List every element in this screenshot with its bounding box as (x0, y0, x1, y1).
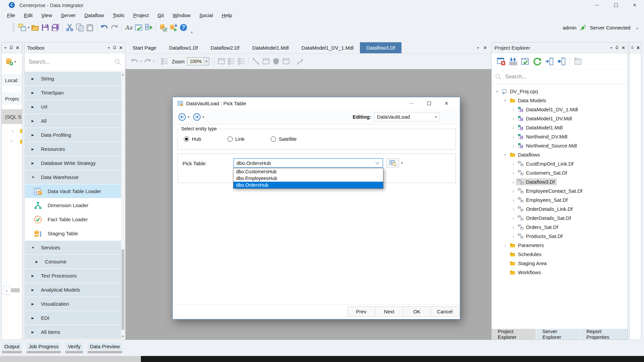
scroll-left-button[interactable]: ‹ (3, 286, 10, 295)
tree-item-model[interactable]: ›DataModel1_DV_1.Mdl (492, 105, 627, 114)
panel-menu-chevron[interactable]: ▾ (108, 46, 110, 50)
dialog-maximize-button[interactable] (420, 98, 438, 108)
run-dataflow-button[interactable] (144, 22, 154, 33)
tree-item-dataflows[interactable]: ›Dataflows (492, 150, 627, 159)
chevron-right-icon[interactable]: › (511, 107, 516, 112)
menu-view[interactable]: View (37, 11, 56, 19)
remove-project-icon[interactable] (495, 56, 507, 67)
toolbox-category-resources[interactable]: ▶Resources (25, 142, 121, 156)
tree-item-dataflow[interactable]: ›Customers_Sat.Df (492, 168, 627, 177)
tab-list-chevron[interactable]: ▾ (477, 46, 479, 50)
radio-satellite[interactable]: Satellite (271, 136, 297, 142)
save-button[interactable] (40, 22, 50, 33)
chevron-right-icon[interactable]: › (511, 162, 516, 166)
expand-nodes-icon[interactable] (226, 56, 236, 66)
scroll-up-icon[interactable]: ▲ (121, 72, 124, 77)
toolbox-category-all-items[interactable]: ▶All Items (25, 325, 121, 339)
menu-window[interactable]: Window (168, 11, 195, 19)
editing-select[interactable]: DataVaultLoad ▾ (374, 113, 440, 121)
pin-icon[interactable] (631, 46, 634, 50)
add-database-dropdown[interactable]: ▾ (14, 60, 16, 63)
forward-history-chevron[interactable]: ▾ (203, 115, 204, 119)
save-all-button[interactable] (50, 22, 60, 33)
tree-item-dataflow[interactable]: ›Orders_Sat.Df (492, 223, 627, 232)
menu-file[interactable]: File (3, 11, 19, 19)
forward-button[interactable] (193, 113, 201, 121)
tree-item-data-models[interactable]: ›Data Models (492, 96, 627, 105)
font-button[interactable]: Aa (124, 22, 134, 33)
radio-link[interactable]: Link (227, 136, 245, 142)
panel-menu-chevron[interactable]: ▾ (610, 46, 612, 50)
paste-button[interactable] (85, 22, 95, 33)
tree-item-parameters[interactable]: ›Parameters (492, 241, 627, 250)
toolbar-overflow-chevron[interactable]: ▾ (191, 31, 193, 34)
tab-server-explorer[interactable]: Server Explorer (536, 329, 580, 340)
chevron-down-icon[interactable]: › (503, 98, 508, 103)
close-document-icon[interactable]: × (484, 45, 487, 51)
chevron-down-icon[interactable]: › (9, 140, 14, 142)
close-button[interactable]: × (625, 0, 644, 10)
pin-icon[interactable] (9, 46, 13, 50)
shield-icon[interactable] (271, 56, 281, 66)
toolbox-item-staging-table[interactable]: Staging Table (25, 227, 121, 240)
menu-project[interactable]: Project (129, 11, 153, 19)
tab-report-properties[interactable]: Report Properties (580, 329, 628, 340)
toolbox-category-string[interactable]: ▶String (25, 72, 121, 85)
pin-icon[interactable] (113, 46, 116, 50)
tree-item-dataflow[interactable]: ›OrderDetails_Sat.Df (492, 214, 627, 223)
reroute-links-icon[interactable] (296, 56, 306, 66)
close-panel-icon[interactable]: × (622, 45, 625, 51)
chevron-right-icon[interactable]: › (511, 125, 516, 130)
database-run-button[interactable] (168, 22, 178, 33)
toolbox-category-edi[interactable]: ▶EDI (25, 311, 121, 325)
chevron-right-icon[interactable]: › (511, 143, 516, 148)
diagram-options-icon[interactable] (281, 56, 291, 66)
help-button[interactable] (178, 22, 189, 33)
undo-icon[interactable] (129, 56, 140, 66)
zoom-select[interactable]: 100% ▼ (187, 57, 209, 65)
auto-layout-icon[interactable] (160, 56, 170, 66)
browse-tables-button[interactable] (386, 158, 399, 168)
chevron-right-icon[interactable]: › (511, 198, 516, 202)
tree-item-dataflow3-selected[interactable]: ›Dataflow3.Df (492, 177, 627, 186)
prev-button[interactable]: Prev (347, 306, 375, 317)
chevron-right-icon[interactable]: › (12, 128, 13, 134)
tab-project-explorer[interactable]: Project Explorer (492, 329, 536, 340)
database-verify-button[interactable] (158, 22, 168, 33)
toolbox-category-database-write-strategy[interactable]: ▶Database Write Strategy (25, 156, 121, 170)
dialog-titlebar[interactable]: DataVaultLoad : Pick Table × (173, 97, 460, 109)
properties-icon[interactable] (572, 56, 584, 67)
add-database-icon[interactable] (5, 57, 14, 66)
chevron-right-icon[interactable]: › (511, 189, 516, 193)
horizontal-scrollbar[interactable] (11, 288, 20, 292)
chevron-down-icon[interactable]: › (495, 89, 500, 94)
project-search-input[interactable] (505, 74, 624, 80)
maximize-button[interactable] (606, 0, 625, 10)
tab-datamodel1[interactable]: DataModel1.Mdl (246, 42, 295, 53)
tab-output[interactable]: Output (2, 343, 22, 353)
scroll-down-icon[interactable]: ▼ (121, 334, 124, 339)
tree-item-schedules[interactable]: ›Schedules (492, 250, 627, 259)
tree-item-workflows[interactable]: ›Workflows (492, 268, 627, 277)
cut-button[interactable] (65, 22, 75, 33)
chevron-right-icon[interactable]: › (511, 180, 516, 184)
verify-project-icon[interactable] (519, 56, 531, 67)
open-button[interactable] (30, 22, 40, 33)
radio-selected-icon[interactable] (184, 136, 189, 142)
toolbox-category-consume[interactable]: ▶Consume (25, 255, 121, 268)
tree-item-dataflow[interactable]: ›CustEmpOrd_Link.Df (492, 159, 627, 168)
toolbox-search-input[interactable] (29, 59, 114, 65)
radio-hub[interactable]: Hub (184, 136, 201, 142)
tree-item-project[interactable]: ›DV_Proj.cprj (492, 87, 627, 96)
dropdown-option-ordershub-highlighted[interactable]: dbo.OrdersHub (233, 182, 383, 188)
undo-button[interactable] (99, 22, 109, 33)
back-history-chevron[interactable]: ▾ (188, 115, 190, 119)
chevron-right-icon[interactable]: › (511, 116, 516, 121)
chevron-right-icon[interactable]: › (511, 134, 516, 139)
toolbox-category-all[interactable]: ▶All (25, 114, 121, 128)
radio-icon[interactable] (271, 136, 276, 142)
radio-icon[interactable] (227, 136, 233, 142)
menu-git[interactable]: Git (153, 11, 168, 19)
dropdown-option-employeeshub[interactable]: dbo.EmployeesHub (233, 175, 383, 182)
tab-datamodel1-dv-1[interactable]: DataModel1_DV_1.Mdl (295, 42, 360, 53)
